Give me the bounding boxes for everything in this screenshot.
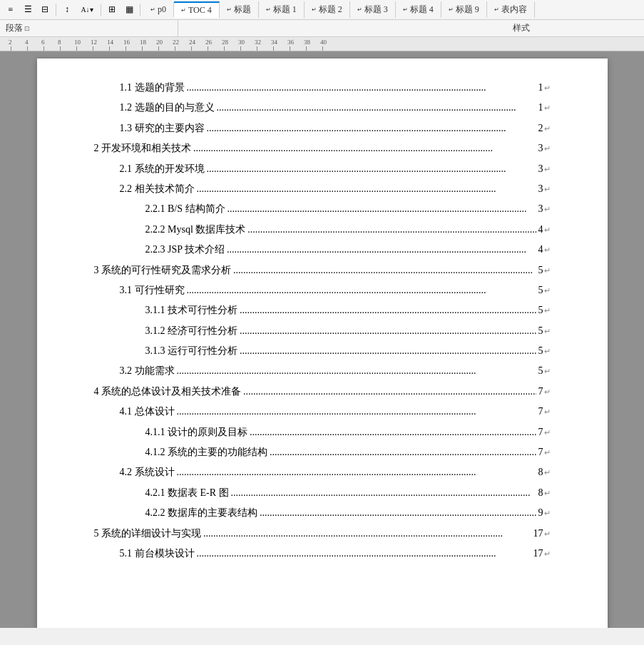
toolbar-icon-4[interactable]: ↕ xyxy=(59,2,75,18)
toc-container: 1.1 选题的背景...............................… xyxy=(94,80,551,562)
toolbar-separator-2 xyxy=(101,4,101,16)
toc-entry-page: 8 xyxy=(538,464,543,480)
toc-entry-text: 2.2 相关技术简介 xyxy=(120,181,195,197)
toc-entry: 1.2 选题的目的与意义............................… xyxy=(94,100,551,116)
tab-label: 标题 4 xyxy=(410,4,434,16)
tab-p0[interactable]: ↵ p0 xyxy=(143,2,174,17)
toc-entry-page: 7 xyxy=(538,404,543,420)
toc-entry-page: 1 xyxy=(538,100,543,116)
toolbar-icon-2[interactable]: ☰ xyxy=(20,2,36,18)
toc-entry: 3.2 功能需求................................… xyxy=(94,363,551,379)
ruler-tick xyxy=(27,46,28,51)
toolbar-icon-6[interactable]: ⊞ xyxy=(104,2,120,18)
toc-entry: 2 开发环境和相关技术.............................… xyxy=(94,141,551,156)
tab-label: TOC 4 xyxy=(188,5,212,16)
toc-entry-dots: ........................................… xyxy=(217,100,536,116)
tab-dot: ↵ xyxy=(449,6,454,13)
toc-entry-page: 5 xyxy=(538,283,543,298)
document-area: 1.1 选题的背景...............................… xyxy=(0,51,644,628)
ruler-number: 22 xyxy=(173,39,179,46)
tab-label: 标题 xyxy=(234,4,251,16)
ruler-tick xyxy=(76,46,77,51)
toc-entry-text: 4.2 系统设计 xyxy=(120,464,175,480)
toc-entry-text: 5 系统的详细设计与实现 xyxy=(94,526,202,542)
ruler-tick xyxy=(175,46,175,51)
toc-entry-newline: ↵ xyxy=(544,325,551,338)
tab-h4[interactable]: ↵ 标题 4 xyxy=(396,1,441,18)
toc-entry: 3.1.1 技术可行性分析...........................… xyxy=(94,303,551,318)
toc-entry-page: 4 xyxy=(538,242,543,258)
toolbar-icon-5[interactable]: A↓▾ xyxy=(76,2,98,18)
paragraph-expand[interactable]: ⊡ xyxy=(24,25,30,32)
tab-title[interactable]: ↵ 标题 xyxy=(220,1,259,18)
toc-entry-text: 2.2.2 Mysql 数据库技术 xyxy=(145,222,246,238)
ruler-number: 16 xyxy=(123,39,130,46)
tab-h9[interactable]: ↵ 标题 9 xyxy=(441,1,487,18)
ruler-tick xyxy=(273,46,274,51)
toc-entry-newline: ↵ xyxy=(544,203,551,216)
toc-entry-page: 7 xyxy=(538,425,543,440)
toc-entry-newline: ↵ xyxy=(544,365,551,378)
tab-h3[interactable]: ↵ 标题 3 xyxy=(350,1,396,18)
toc-entry-newline: ↵ xyxy=(544,507,551,520)
toc-entry: 3.1.3 运行可行性分析...........................… xyxy=(94,343,551,359)
ruler-tick xyxy=(60,46,61,51)
ruler-number: 4 xyxy=(25,39,29,46)
toc-entry-dots: ........................................… xyxy=(243,384,536,400)
toc-entry-newline: ↵ xyxy=(544,487,551,500)
toc-entry: 5.1 前台模块设计..............................… xyxy=(94,546,551,562)
toc-entry: 1.3 研究的主要内容.............................… xyxy=(94,121,551,136)
ruler-tick xyxy=(240,46,241,51)
toc-entry-newline: ↵ xyxy=(544,548,551,561)
toc-entry: 4.2 系统设计................................… xyxy=(94,464,551,480)
toc-entry-newline: ↵ xyxy=(544,123,551,136)
tab-bar: ↵ p0 ↵ TOC 4 ↵ 标题 ↵ 标题 1 ↵ 标题 2 ↵ 标题 3 ↵… xyxy=(143,1,535,18)
toc-entry-text: 4 系统的总体设计及相关技术准备 xyxy=(94,384,242,400)
toc-entry-page: 3 xyxy=(538,141,543,156)
toc-entry-newline: ↵ xyxy=(544,143,551,156)
ruler-tick xyxy=(11,46,11,51)
toc-entry-text: 1.1 选题的背景 xyxy=(120,80,185,96)
toolbar-icon-7[interactable]: ▦ xyxy=(121,2,137,18)
tab-dot: ↵ xyxy=(181,7,186,14)
toc-entry: 2.2 相关技术简介..............................… xyxy=(94,181,551,197)
toc-entry-page: 3 xyxy=(538,161,543,177)
toc-entry-dots: ........................................… xyxy=(240,343,536,359)
toolbar-icon-3[interactable]: ⊟ xyxy=(37,2,53,18)
toc-entry-dots: ........................................… xyxy=(231,485,536,501)
tab-toc4[interactable]: ↵ TOC 4 xyxy=(174,1,220,18)
tab-h1[interactable]: ↵ 标题 1 xyxy=(259,1,305,18)
ruler-tick xyxy=(93,46,93,51)
toc-entry-dots: ........................................… xyxy=(207,121,536,136)
toc-entry-newline: ↵ xyxy=(544,467,551,479)
toc-entry: 2.2.2 Mysql 数据库技术.......................… xyxy=(94,222,551,238)
toc-entry-newline: ↵ xyxy=(544,406,551,419)
toc-entry-newline: ↵ xyxy=(544,244,551,257)
toc-entry-dots: ........................................… xyxy=(177,464,536,480)
toolbar-icon-1[interactable]: ≡ xyxy=(3,2,19,18)
ruler-number: 40 xyxy=(320,39,327,46)
titlebar: ≡ ☰ ⊟ ↕ A↓▾ ⊞ ▦ ↵ p0 ↵ TOC 4 ↵ 标题 ↵ 标题 1… xyxy=(0,0,644,20)
toc-entry-dots: ........................................… xyxy=(193,141,536,156)
toc-entry: 4.2.2 数据库的主要表结构.........................… xyxy=(94,505,551,521)
tab-dot: ↵ xyxy=(357,6,362,13)
toc-entry-dots: ........................................… xyxy=(197,546,531,562)
toc-entry-text: 3.1.2 经济可行性分析 xyxy=(145,323,238,339)
tab-label: 标题 1 xyxy=(273,4,297,16)
toc-entry-page: 5 xyxy=(538,263,543,278)
toc-entry-dots: ........................................… xyxy=(203,526,531,542)
toc-entry-dots: ........................................… xyxy=(270,445,536,460)
tab-label: p0 xyxy=(158,4,166,15)
ruler-number: 36 xyxy=(287,39,294,46)
toc-entry: 2.2.3 JSP 技术介绍..........................… xyxy=(94,242,551,258)
tab-h2[interactable]: ↵ 标题 2 xyxy=(305,1,350,18)
tab-table-content[interactable]: ↵ 表内容 xyxy=(487,1,535,18)
toc-entry-text: 3.1 可行性研究 xyxy=(120,283,185,298)
ruler: 246810121416182022242628303234363840 xyxy=(0,37,644,51)
toc-entry-dots: ........................................… xyxy=(177,363,536,379)
toc-entry-text: 4.1.1 设计的原则及目标 xyxy=(145,425,248,440)
toc-entry-page: 3 xyxy=(538,181,543,197)
ruler-tick xyxy=(208,46,208,51)
tab-dot: ↵ xyxy=(403,6,408,13)
toc-entry-dots: ........................................… xyxy=(227,242,536,258)
